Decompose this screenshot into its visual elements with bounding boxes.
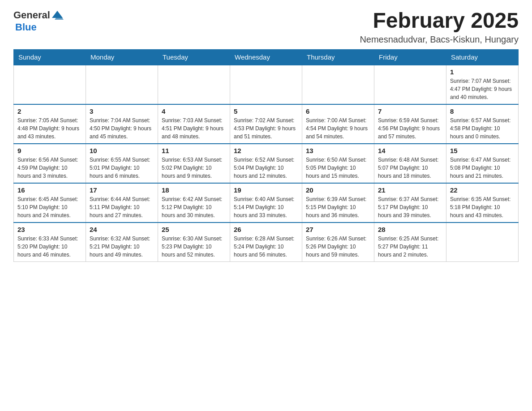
- calendar-cell: [86, 65, 158, 104]
- day-of-week-header: Friday: [374, 49, 446, 65]
- day-number: 10: [90, 147, 154, 154]
- calendar-week-row: 1Sunrise: 7:07 AM Sunset: 4:47 PM Daylig…: [14, 65, 519, 104]
- calendar-cell: 18Sunrise: 6:42 AM Sunset: 5:12 PM Dayli…: [158, 183, 230, 223]
- day-info: Sunrise: 7:07 AM Sunset: 4:47 PM Dayligh…: [450, 77, 515, 101]
- calendar-cell: 15Sunrise: 6:47 AM Sunset: 5:08 PM Dayli…: [446, 144, 519, 183]
- calendar-cell: 8Sunrise: 6:57 AM Sunset: 4:58 PM Daylig…: [446, 104, 519, 144]
- day-info: Sunrise: 6:53 AM Sunset: 5:02 PM Dayligh…: [162, 156, 226, 180]
- calendar-cell: 26Sunrise: 6:28 AM Sunset: 5:24 PM Dayli…: [230, 223, 302, 262]
- day-number: 19: [234, 186, 298, 194]
- day-number: 6: [306, 107, 370, 115]
- day-number: 5: [234, 107, 298, 115]
- calendar-cell: 3Sunrise: 7:04 AM Sunset: 4:50 PM Daylig…: [86, 104, 158, 144]
- calendar-cell: 2Sunrise: 7:05 AM Sunset: 4:48 PM Daylig…: [14, 104, 86, 144]
- day-of-week-header: Monday: [86, 49, 158, 65]
- calendar-cell: 14Sunrise: 6:48 AM Sunset: 5:07 PM Dayli…: [374, 144, 446, 183]
- day-info: Sunrise: 6:55 AM Sunset: 5:01 PM Dayligh…: [90, 156, 154, 180]
- day-number: 4: [162, 107, 226, 115]
- calendar-cell: [230, 65, 302, 104]
- calendar-week-row: 2Sunrise: 7:05 AM Sunset: 4:48 PM Daylig…: [14, 104, 519, 144]
- calendar-cell: [14, 65, 86, 104]
- day-info: Sunrise: 7:03 AM Sunset: 4:51 PM Dayligh…: [162, 116, 226, 141]
- day-of-week-header: Saturday: [446, 49, 519, 65]
- logo-general-text: General: [13, 9, 50, 21]
- logo-icon: [51, 9, 64, 21]
- day-number: 25: [162, 226, 226, 233]
- day-of-week-header: Sunday: [14, 49, 86, 65]
- day-number: 24: [90, 226, 154, 233]
- calendar-cell: 11Sunrise: 6:53 AM Sunset: 5:02 PM Dayli…: [158, 144, 230, 183]
- day-info: Sunrise: 6:35 AM Sunset: 5:18 PM Dayligh…: [450, 195, 515, 219]
- title-section: February 2025 Nemesnadudvar, Bacs-Kiskun…: [360, 9, 519, 45]
- calendar-cell: 4Sunrise: 7:03 AM Sunset: 4:51 PM Daylig…: [158, 104, 230, 144]
- day-number: 9: [17, 147, 82, 154]
- calendar-cell: 10Sunrise: 6:55 AM Sunset: 5:01 PM Dayli…: [86, 144, 158, 183]
- day-number: 7: [378, 107, 442, 115]
- day-info: Sunrise: 6:28 AM Sunset: 5:24 PM Dayligh…: [234, 235, 298, 259]
- month-title: February 2025: [360, 9, 519, 33]
- calendar-cell: 1Sunrise: 7:07 AM Sunset: 4:47 PM Daylig…: [446, 65, 519, 104]
- calendar-cell: 24Sunrise: 6:32 AM Sunset: 5:21 PM Dayli…: [86, 223, 158, 262]
- day-info: Sunrise: 6:42 AM Sunset: 5:12 PM Dayligh…: [162, 195, 226, 219]
- day-of-week-header: Wednesday: [230, 49, 302, 65]
- calendar-cell: 17Sunrise: 6:44 AM Sunset: 5:11 PM Dayli…: [86, 183, 158, 223]
- day-info: Sunrise: 6:56 AM Sunset: 4:59 PM Dayligh…: [17, 156, 82, 180]
- day-number: 14: [378, 147, 442, 154]
- day-number: 11: [162, 147, 226, 154]
- calendar-cell: 6Sunrise: 7:00 AM Sunset: 4:54 PM Daylig…: [302, 104, 374, 144]
- day-number: 27: [306, 226, 370, 233]
- calendar-cell: 28Sunrise: 6:25 AM Sunset: 5:27 PM Dayli…: [374, 223, 446, 262]
- day-info: Sunrise: 6:44 AM Sunset: 5:11 PM Dayligh…: [90, 195, 154, 219]
- calendar-cell: 20Sunrise: 6:39 AM Sunset: 5:15 PM Dayli…: [302, 183, 374, 223]
- day-number: 26: [234, 226, 298, 233]
- calendar-table: SundayMondayTuesdayWednesdayThursdayFrid…: [13, 49, 519, 262]
- location-title: Nemesnadudvar, Bacs-Kiskun, Hungary: [360, 34, 519, 45]
- calendar-cell: 13Sunrise: 6:50 AM Sunset: 5:05 PM Dayli…: [302, 144, 374, 183]
- calendar-week-row: 9Sunrise: 6:56 AM Sunset: 4:59 PM Daylig…: [14, 144, 519, 183]
- day-number: 2: [17, 107, 82, 115]
- calendar-cell: 5Sunrise: 7:02 AM Sunset: 4:53 PM Daylig…: [230, 104, 302, 144]
- day-of-week-header: Tuesday: [158, 49, 230, 65]
- day-info: Sunrise: 6:33 AM Sunset: 5:20 PM Dayligh…: [17, 235, 82, 259]
- day-number: 8: [450, 107, 515, 115]
- day-number: 20: [306, 186, 370, 194]
- calendar-cell: 12Sunrise: 6:52 AM Sunset: 5:04 PM Dayli…: [230, 144, 302, 183]
- day-info: Sunrise: 6:30 AM Sunset: 5:23 PM Dayligh…: [162, 235, 226, 259]
- calendar-cell: 19Sunrise: 6:40 AM Sunset: 5:14 PM Dayli…: [230, 183, 302, 223]
- calendar-cell: 9Sunrise: 6:56 AM Sunset: 4:59 PM Daylig…: [14, 144, 86, 183]
- day-info: Sunrise: 6:32 AM Sunset: 5:21 PM Dayligh…: [90, 235, 154, 259]
- calendar-cell: 16Sunrise: 6:45 AM Sunset: 5:10 PM Dayli…: [14, 183, 86, 223]
- day-info: Sunrise: 7:02 AM Sunset: 4:53 PM Dayligh…: [234, 116, 298, 141]
- day-of-week-header: Thursday: [302, 49, 374, 65]
- day-info: Sunrise: 7:00 AM Sunset: 4:54 PM Dayligh…: [306, 116, 370, 141]
- calendar-week-row: 23Sunrise: 6:33 AM Sunset: 5:20 PM Dayli…: [14, 223, 519, 262]
- page-header: General Blue February 2025 Nemesnadudvar…: [13, 9, 519, 45]
- day-info: Sunrise: 6:45 AM Sunset: 5:10 PM Dayligh…: [17, 195, 82, 219]
- day-number: 13: [306, 147, 370, 154]
- day-number: 12: [234, 147, 298, 154]
- day-info: Sunrise: 6:40 AM Sunset: 5:14 PM Dayligh…: [234, 195, 298, 219]
- day-number: 17: [90, 186, 154, 194]
- calendar-cell: [446, 223, 519, 262]
- day-number: 21: [378, 186, 442, 194]
- logo: General Blue: [13, 9, 64, 33]
- day-info: Sunrise: 7:04 AM Sunset: 4:50 PM Dayligh…: [90, 116, 154, 141]
- calendar-cell: 27Sunrise: 6:26 AM Sunset: 5:26 PM Dayli…: [302, 223, 374, 262]
- day-info: Sunrise: 6:26 AM Sunset: 5:26 PM Dayligh…: [306, 235, 370, 259]
- day-number: 28: [378, 226, 442, 233]
- day-number: 1: [450, 68, 515, 76]
- calendar-cell: 21Sunrise: 6:37 AM Sunset: 5:17 PM Dayli…: [374, 183, 446, 223]
- day-number: 3: [90, 107, 154, 115]
- day-info: Sunrise: 6:25 AM Sunset: 5:27 PM Dayligh…: [378, 235, 442, 259]
- day-number: 22: [450, 186, 515, 194]
- calendar-cell: 25Sunrise: 6:30 AM Sunset: 5:23 PM Dayli…: [158, 223, 230, 262]
- day-number: 16: [17, 186, 82, 194]
- calendar-cell: 23Sunrise: 6:33 AM Sunset: 5:20 PM Dayli…: [14, 223, 86, 262]
- day-number: 18: [162, 186, 226, 194]
- calendar-cell: 7Sunrise: 6:59 AM Sunset: 4:56 PM Daylig…: [374, 104, 446, 144]
- calendar-cell: 22Sunrise: 6:35 AM Sunset: 5:18 PM Dayli…: [446, 183, 519, 223]
- calendar-header-row: SundayMondayTuesdayWednesdayThursdayFrid…: [14, 49, 519, 65]
- day-info: Sunrise: 6:47 AM Sunset: 5:08 PM Dayligh…: [450, 156, 515, 180]
- day-info: Sunrise: 6:48 AM Sunset: 5:07 PM Dayligh…: [378, 156, 442, 180]
- day-info: Sunrise: 7:05 AM Sunset: 4:48 PM Dayligh…: [17, 116, 82, 141]
